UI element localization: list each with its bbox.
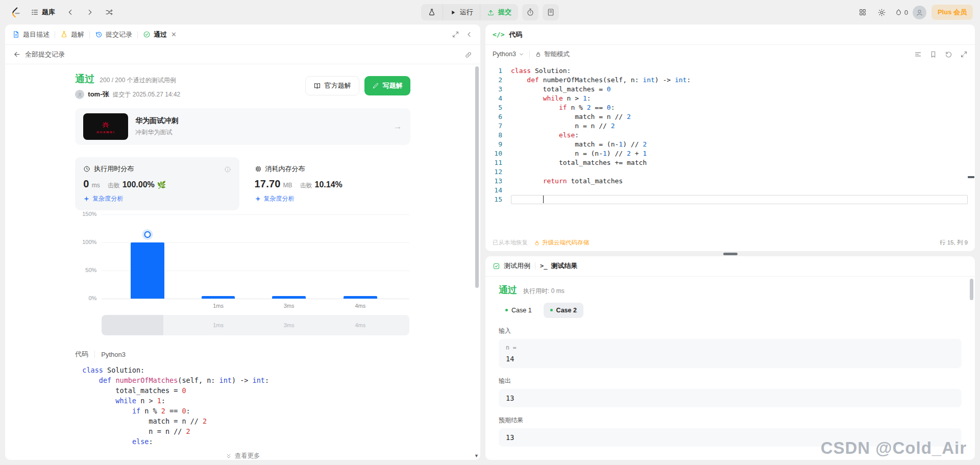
scrollbar-down-arrow[interactable]: ▼ bbox=[474, 453, 479, 458]
chevron-left-icon bbox=[66, 8, 75, 16]
random-problem-button[interactable] bbox=[101, 4, 117, 20]
plus-membership-button[interactable]: Plus 会员 bbox=[932, 5, 973, 20]
huawei-sprint-banner[interactable]: HUAWEI 华为面试冲刺 冲刺华为面试 → bbox=[75, 108, 410, 145]
separator bbox=[94, 351, 95, 358]
tab-submissions[interactable]: 提交记录 bbox=[95, 30, 132, 39]
book-icon bbox=[313, 82, 321, 90]
language-label: Python3 bbox=[493, 51, 516, 58]
timer-icon bbox=[526, 8, 534, 16]
tab-passed-submission[interactable]: 通过 ✕ bbox=[143, 30, 177, 39]
chart-bar[interactable] bbox=[272, 296, 306, 299]
copy-link-icon[interactable] bbox=[464, 50, 472, 59]
left-tabbar: 题目描述 题解 提交记录 通过 ✕ bbox=[5, 25, 480, 45]
bookmark-icon[interactable] bbox=[929, 51, 937, 58]
submitted-code-block[interactable]: class Solution: def numberOfMatches(self… bbox=[75, 366, 410, 448]
timer-button[interactable] bbox=[522, 4, 538, 20]
run-button[interactable]: 运行 bbox=[443, 4, 480, 20]
write-solution-label: 写题解 bbox=[383, 81, 403, 90]
panel-resize-handle[interactable] bbox=[723, 253, 738, 255]
back-label: 全部提交记录 bbox=[25, 50, 65, 59]
complexity-label: 复杂度分析 bbox=[92, 194, 123, 203]
official-solution-button[interactable]: 官方题解 bbox=[305, 76, 359, 95]
tab-test-result[interactable]: >_ 测试结果 bbox=[540, 261, 577, 271]
runtime-stat-card[interactable]: 执行用时分布 0 ms 击败 100.00% 🌿 bbox=[75, 157, 239, 210]
runtime-complexity-link[interactable]: 复杂度分析 bbox=[83, 194, 231, 203]
current-submission-marker bbox=[144, 231, 151, 238]
view-more-button[interactable]: 查看更多 bbox=[75, 452, 410, 460]
gear-icon bbox=[877, 8, 886, 17]
smart-mode-toggle[interactable]: 智能模式 bbox=[535, 50, 570, 59]
editor-title: 代码 bbox=[509, 30, 522, 39]
huawei-flower-icon bbox=[100, 120, 111, 130]
apps-grid-button[interactable] bbox=[854, 4, 871, 20]
runtime-beats-value: 100.00% bbox=[122, 180, 155, 189]
problem-bank-button[interactable]: 题库 bbox=[27, 4, 59, 20]
memory-stat-card[interactable]: 消耗内存分布 17.70 MB 击败 10.14% 复杂度分析 bbox=[247, 157, 410, 210]
test-panel-scrollbar[interactable] bbox=[970, 279, 973, 300]
output-label: 输出 bbox=[499, 377, 962, 385]
reset-code-icon[interactable] bbox=[945, 51, 952, 58]
format-code-icon[interactable] bbox=[914, 51, 922, 58]
arrow-left-icon bbox=[13, 51, 21, 58]
clock-icon bbox=[83, 165, 90, 173]
expand-editor-icon[interactable] bbox=[960, 51, 968, 58]
settings-button[interactable] bbox=[874, 4, 890, 20]
testcases-passed: 200 / 200 个通过的测试用例 bbox=[100, 76, 176, 85]
info-icon[interactable] bbox=[224, 165, 231, 173]
runtime-chart-plot[interactable]: 150%100%50%0%1ms3ms4ms bbox=[102, 214, 409, 299]
case-label: Case 2 bbox=[556, 307, 577, 314]
stats-section: 执行用时分布 0 ms 击败 100.00% 🌿 bbox=[75, 157, 410, 210]
upgrade-cloud-storage-link[interactable]: 升级云端代码存储 bbox=[534, 239, 589, 247]
editor-code[interactable]: 1class Solution:2 def numberOfMatches(se… bbox=[488, 66, 975, 204]
input-value-box[interactable]: n = 14 bbox=[499, 339, 962, 368]
left-panel-scrollbar[interactable] bbox=[475, 66, 479, 288]
editor-body[interactable]: 1class Solution:2 def numberOfMatches(se… bbox=[485, 63, 975, 235]
tab-label: 题目描述 bbox=[23, 30, 50, 39]
nav-back-button[interactable] bbox=[62, 4, 79, 20]
submission-nav-row: 全部提交记录 bbox=[5, 45, 480, 64]
chart-bar[interactable] bbox=[131, 242, 164, 299]
close-tab-icon[interactable]: ✕ bbox=[171, 31, 177, 38]
submit-button[interactable]: 提交 bbox=[480, 4, 518, 20]
nav-forward-button[interactable] bbox=[82, 4, 98, 20]
leetcode-logo[interactable] bbox=[7, 4, 23, 20]
input-value: 14 bbox=[506, 355, 954, 363]
memory-complexity-link[interactable]: 复杂度分析 bbox=[255, 194, 402, 203]
chart-bar[interactable] bbox=[344, 296, 377, 299]
output-value-box[interactable]: 13 bbox=[499, 389, 962, 407]
case-pass-dot bbox=[505, 309, 508, 311]
tab-problem-description[interactable]: 题目描述 bbox=[12, 30, 50, 39]
code-section-label: 代码 bbox=[75, 350, 88, 359]
tab-solutions[interactable]: 题解 bbox=[60, 30, 84, 39]
write-solution-button[interactable]: 写题解 bbox=[364, 76, 410, 95]
runtime-value: 0 bbox=[83, 178, 89, 190]
runtime-chart-minimap[interactable]: 1ms3ms4ms bbox=[102, 315, 409, 335]
test-panel-header: 测试用例 >_ 测试结果 bbox=[485, 256, 975, 277]
leetcode-app: 题库 运行 提交 bbox=[0, 0, 980, 465]
tab-test-cases[interactable]: 测试用例 bbox=[493, 261, 530, 271]
expected-value-box[interactable]: 13 bbox=[499, 428, 962, 447]
editor-footer: 已从本地恢复 升级云端代码存储 行 15, 列 9 bbox=[485, 235, 975, 251]
case-1-chip[interactable]: Case 1 bbox=[499, 303, 538, 318]
pencil-icon bbox=[372, 82, 379, 89]
editor-toolbar-icons bbox=[914, 51, 968, 58]
debug-button[interactable] bbox=[421, 4, 443, 20]
cursor-position-label[interactable]: 行 15, 列 9 bbox=[940, 239, 968, 247]
chart-bar[interactable] bbox=[202, 296, 235, 299]
collapse-panel-icon[interactable] bbox=[465, 31, 473, 38]
terminal-icon: >_ bbox=[540, 262, 547, 270]
minimap-window[interactable] bbox=[102, 315, 163, 335]
daily-streak-button[interactable]: 0 bbox=[893, 4, 910, 20]
user-avatar[interactable] bbox=[913, 6, 926, 19]
streak-count: 0 bbox=[904, 9, 908, 16]
run-submit-group: 运行 提交 bbox=[421, 4, 518, 20]
language-select[interactable]: Python3 bbox=[493, 51, 524, 58]
lock-icon bbox=[534, 240, 540, 246]
chevron-down-icon bbox=[519, 52, 524, 57]
fullscreen-icon[interactable] bbox=[452, 31, 459, 38]
notes-button[interactable] bbox=[543, 4, 559, 20]
output-value: 13 bbox=[506, 394, 954, 402]
submission-status: 通过 bbox=[75, 72, 94, 86]
back-to-all-submissions[interactable]: 全部提交记录 bbox=[13, 50, 65, 59]
case-2-chip[interactable]: Case 2 bbox=[544, 303, 583, 318]
